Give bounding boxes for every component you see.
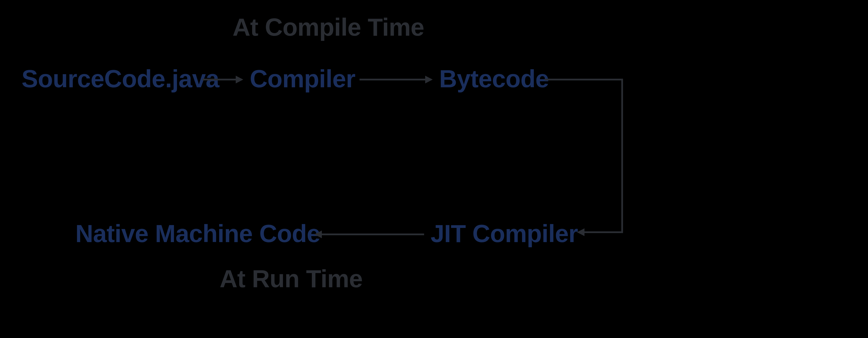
node-native-machine-code: Native Machine Code — [75, 219, 320, 248]
svg-marker-6 — [314, 231, 322, 238]
svg-marker-3 — [425, 76, 433, 83]
node-source-code: SourceCode.java — [22, 65, 219, 93]
node-bytecode: Bytecode — [439, 65, 549, 93]
arrow-bytecode-to-jit — [545, 73, 631, 241]
run-time-header: At Run Time — [220, 265, 363, 293]
compile-time-header: At Compile Time — [232, 13, 424, 41]
compilation-flow-diagram: At Compile Time SourceCode.java Compiler… — [0, 0, 868, 338]
node-compiler: Compiler — [250, 65, 355, 93]
svg-marker-4 — [577, 228, 585, 236]
arrow-compiler-to-bytecode — [360, 73, 433, 86]
svg-marker-1 — [236, 76, 243, 83]
arrow-jit-to-native — [314, 228, 424, 241]
node-jit-compiler: JIT Compiler — [431, 219, 578, 248]
arrow-source-to-compiler — [203, 73, 243, 86]
